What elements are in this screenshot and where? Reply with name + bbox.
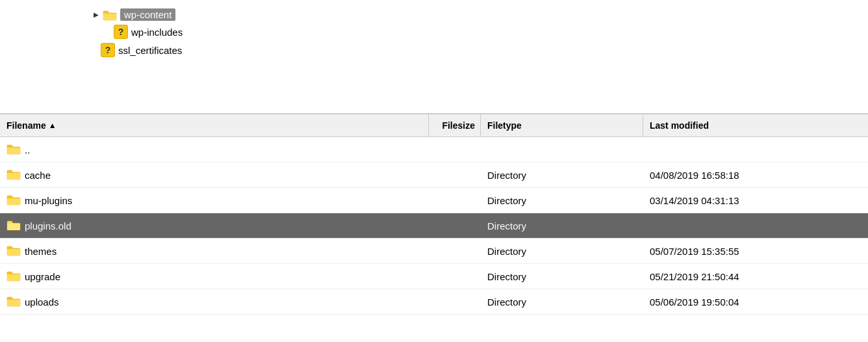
table-row[interactable]: mu-plugins Directory 03/14/2019 04:31:13 — [0, 188, 868, 213]
tree-item-wp-includes[interactable]: ? wp-includes — [114, 23, 868, 41]
folder-icon — [6, 270, 21, 283]
table-body: .. cache Directory 04/08/2019 16:58:18 m… — [0, 137, 868, 315]
row-lastmodified: 05/07/2019 15:35:55 — [643, 246, 868, 257]
filename-text: plugins.old — [25, 220, 71, 231]
row-filename: plugins.old — [0, 219, 429, 233]
filetype-header-label: Filetype — [487, 120, 522, 131]
filename-text: cache — [25, 170, 51, 181]
filename-text: mu-plugins — [25, 195, 72, 206]
filesize-header[interactable]: Filesize — [429, 114, 481, 137]
tree-item-label: wp-content — [120, 8, 175, 21]
table-row[interactable]: themes Directory 05/07/2019 15:35:55 — [0, 239, 868, 264]
row-lastmodified: 05/06/2019 19:50:04 — [643, 296, 868, 308]
expand-arrow-icon: ▶ — [91, 10, 101, 20]
folder-icon — [6, 168, 21, 182]
lastmodified-header[interactable]: Last modified — [643, 114, 868, 137]
filename-header-label: Filename — [6, 120, 46, 131]
folder-icon — [103, 9, 117, 21]
tree-item-ssl-certificates[interactable]: ? ssl_certificates — [101, 41, 868, 59]
row-lastmodified: 05/21/2019 21:50:44 — [643, 271, 868, 282]
row-filetype: Directory — [481, 195, 643, 206]
row-filename: upgrade — [0, 270, 429, 283]
top-panel: ▶ wp-content ? wp-includes ? ssl_certifi… — [0, 0, 868, 114]
row-filename: cache — [0, 168, 429, 182]
question-icon: ? — [101, 43, 115, 57]
folder-icon — [6, 143, 21, 157]
table-row[interactable]: uploads Directory 05/06/2019 19:50:04 — [0, 289, 868, 315]
row-filename: uploads — [0, 295, 429, 309]
row-lastmodified: 03/14/2019 04:31:13 — [643, 195, 868, 206]
row-filetype: Directory — [481, 271, 643, 282]
table-row[interactable]: plugins.old Directory — [0, 213, 868, 239]
folder-icon — [6, 194, 21, 207]
filename-text: themes — [25, 246, 57, 257]
table-row[interactable]: .. — [0, 137, 868, 163]
filename-text: uploads — [25, 296, 59, 308]
filetype-header[interactable]: Filetype — [481, 114, 643, 137]
file-table: Filename ▲ Filesize Filetype Last modifi… — [0, 114, 868, 315]
row-filetype: Directory — [481, 246, 643, 257]
row-filename: .. — [0, 143, 429, 157]
question-icon: ? — [114, 25, 128, 39]
filename-header[interactable]: Filename ▲ — [0, 114, 429, 137]
filename-text: .. — [25, 144, 30, 155]
filename-text: upgrade — [25, 271, 60, 282]
row-filetype: Directory — [481, 170, 643, 181]
lastmodified-header-label: Last modified — [650, 120, 709, 131]
table-row[interactable]: cache Directory 04/08/2019 16:58:18 — [0, 163, 868, 188]
sort-asc-icon: ▲ — [49, 121, 57, 130]
tree-item-label: ssl_certificates — [118, 45, 182, 56]
folder-icon — [6, 219, 21, 233]
row-filetype: Directory — [481, 296, 643, 308]
table-header: Filename ▲ Filesize Filetype Last modifi… — [0, 114, 868, 137]
folder-icon — [6, 295, 21, 309]
filesize-header-label: Filesize — [442, 120, 475, 131]
tree-item-wp-content[interactable]: ▶ wp-content — [91, 7, 868, 23]
table-row[interactable]: upgrade Directory 05/21/2019 21:50:44 — [0, 264, 868, 289]
row-lastmodified: 04/08/2019 16:58:18 — [643, 170, 868, 181]
row-filetype: Directory — [481, 220, 643, 231]
tree-item-label: wp-includes — [131, 27, 183, 38]
row-filename: themes — [0, 244, 429, 258]
row-filename: mu-plugins — [0, 194, 429, 207]
folder-icon — [6, 244, 21, 258]
